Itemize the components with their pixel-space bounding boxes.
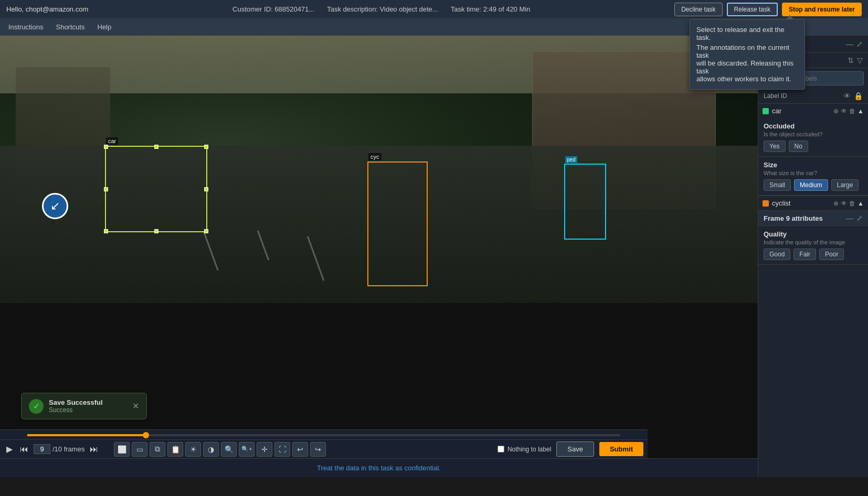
brightness-tool[interactable]: ☀ xyxy=(185,442,201,457)
quality-subtitle: Indicate the quality of the image xyxy=(764,239,863,245)
frame-attr-minimize-icon[interactable]: — xyxy=(846,214,853,222)
car-trash-icon[interactable]: 🗑 xyxy=(849,107,855,115)
customer-id: Customer ID: 688520471... xyxy=(232,5,314,13)
toast-close-button[interactable]: ✕ xyxy=(132,401,139,411)
frame-attr-expand-icon[interactable]: ⤢ xyxy=(856,214,863,222)
tool-group: ⬜ ▭ ⧉ 📋 ☀ ◑ 🔍 🔍+ ✛ ⛶ ↩ ↪ xyxy=(114,442,326,457)
label-id-icons: 👁 🔒 xyxy=(843,92,863,100)
street-scene-bg: ↙ xyxy=(0,36,758,303)
frame-current-input[interactable] xyxy=(34,444,50,454)
label-actions-car: ⊕ 👁 🗑 ▲ xyxy=(833,107,864,115)
cyclist-collapse-icon[interactable]: ▲ xyxy=(858,200,864,207)
tooltip-arrow xyxy=(786,15,794,19)
paste-tool[interactable]: 📋 xyxy=(167,442,183,457)
panel-header-icons: — ⤢ xyxy=(846,40,863,48)
label-lock-icon[interactable]: 🔒 xyxy=(854,92,863,100)
select-tool[interactable]: ⬜ xyxy=(114,442,130,457)
release-task-tooltip: Select to release and exit the task. The… xyxy=(690,19,805,90)
label-color-cyclist xyxy=(763,200,769,207)
label-visibility-icon[interactable]: 👁 xyxy=(843,92,851,100)
controls-right: Nothing to label Save Submit xyxy=(497,441,643,457)
tooltip-line2: The annotations on the current task xyxy=(696,44,798,59)
size-large-button[interactable]: Large xyxy=(831,179,859,191)
stop-resume-button[interactable]: Stop and resume later xyxy=(782,3,862,16)
quality-buttons: Good Fair Poor xyxy=(764,249,863,260)
menu-instructions[interactable]: Instructions xyxy=(6,23,45,31)
road-area xyxy=(0,146,758,303)
toast-title: Save Successful xyxy=(49,398,127,406)
toast-icon: ✓ xyxy=(29,399,44,414)
car-collapse-icon[interactable]: ▲ xyxy=(858,107,864,115)
quality-good-button[interactable]: Good xyxy=(764,249,790,260)
filter-icon[interactable]: ▽ xyxy=(857,56,863,64)
frame-attr-title: Frame 9 attributes xyxy=(764,214,823,222)
skip-forward-button[interactable]: ⏭ xyxy=(88,444,100,455)
toast-subtitle: Success xyxy=(49,406,127,414)
menu-help[interactable]: Help xyxy=(95,23,113,31)
minimize-icon[interactable]: — xyxy=(846,40,853,48)
release-task-button[interactable]: Release task xyxy=(727,3,778,16)
top-bar: Hello, chopt@amazon.com Customer ID: 688… xyxy=(0,0,868,19)
timeline-bar[interactable] xyxy=(27,434,620,436)
fit-tool[interactable]: ✛ xyxy=(257,442,272,457)
timeline-area xyxy=(0,429,648,439)
car-crosshair-icon[interactable]: ⊕ xyxy=(833,107,839,115)
submit-button[interactable]: Submit xyxy=(599,442,643,456)
size-buttons: Small Medium Large xyxy=(764,179,863,191)
size-title: Size xyxy=(764,161,863,169)
occluded-yes-button[interactable]: Yes xyxy=(764,141,786,152)
cyclist-trash-icon[interactable]: 🗑 xyxy=(849,200,855,207)
contrast-tool[interactable]: ◑ xyxy=(203,442,219,457)
undo-tool[interactable]: ↩ xyxy=(292,442,308,457)
label-row-car[interactable]: car ⊕ 👁 🗑 ▲ xyxy=(758,104,868,118)
expand-icon[interactable]: ⤢ xyxy=(856,40,863,48)
label-color-car xyxy=(763,108,769,114)
nothing-to-label-checkbox[interactable] xyxy=(497,446,504,452)
nothing-to-label-label[interactable]: Nothing to label xyxy=(497,446,551,453)
occluded-buttons: Yes No xyxy=(764,141,863,152)
frame-attr-icons: — ⤢ xyxy=(846,214,863,222)
video-frame: ↙ car cyc ped xyxy=(0,36,758,303)
save-button[interactable]: Save xyxy=(556,441,594,457)
skip-back-button[interactable]: ⏮ xyxy=(18,444,30,455)
sort-icon[interactable]: ⇅ xyxy=(848,56,854,64)
label-row-cyclist[interactable]: cyclist ⊕ 👁 🗑 ▲ xyxy=(758,196,868,210)
menu-shortcuts[interactable]: Shortcuts xyxy=(54,23,87,31)
quality-title: Quality xyxy=(764,230,863,238)
top-buttons: Decline task Release task Stop and resum… xyxy=(674,3,862,16)
controls-row: ▶ ⏮ /10 frames ⏭ ⬜ ▭ ⧉ 📋 ☀ ◑ 🔍 🔍+ ✛ ⛶ ↩ … xyxy=(0,439,648,458)
car-eye-icon[interactable]: 👁 xyxy=(841,107,847,115)
cyclist-eye-icon[interactable]: 👁 xyxy=(841,200,847,207)
tooltip-line3: will be discarded. Releasing this task xyxy=(696,59,798,75)
size-small-button[interactable]: Small xyxy=(764,179,791,191)
blue-sign: ↙ xyxy=(42,193,68,219)
copy-tool[interactable]: ⧉ xyxy=(150,442,165,457)
quality-section: Quality Indicate the quality of the imag… xyxy=(758,226,868,265)
redo-tool[interactable]: ↪ xyxy=(310,442,326,457)
size-medium-button[interactable]: Medium xyxy=(794,179,828,191)
cyclist-crosshair-icon[interactable]: ⊕ xyxy=(833,200,839,207)
fullscreen-tool[interactable]: ⛶ xyxy=(274,442,290,457)
rect-tool[interactable]: ▭ xyxy=(132,442,147,457)
timeline-thumb[interactable] xyxy=(143,432,149,438)
decline-task-button[interactable]: Decline task xyxy=(674,3,722,16)
task-time: Task time: 2:49 of 420 Min xyxy=(451,5,531,13)
label-actions-cyclist: ⊕ 👁 🗑 ▲ xyxy=(833,200,864,207)
quality-poor-button[interactable]: Poor xyxy=(819,249,844,260)
label-item-car: car ⊕ 👁 🗑 ▲ Occluded Is the object occlu… xyxy=(758,104,868,196)
quality-fair-button[interactable]: Fair xyxy=(793,249,816,260)
greeting: Hello, chopt@amazon.com xyxy=(6,5,88,13)
occluded-no-button[interactable]: No xyxy=(789,141,808,152)
label-item-cyclist: cyclist ⊕ 👁 🗑 ▲ xyxy=(758,196,868,211)
canvas-area[interactable]: ↙ car cyc ped xyxy=(0,36,758,477)
frame-attr-header: Frame 9 attributes — ⤢ xyxy=(758,211,868,226)
label-id-text: Label ID xyxy=(764,92,787,100)
main-layout: ↙ car cyc ped xyxy=(0,36,868,477)
frame-total: /10 frames xyxy=(52,445,84,453)
labels-filter-icons: ⇅ ▽ xyxy=(848,56,863,64)
status-text: Treat the data in this task as confident… xyxy=(317,464,441,472)
zoom-in-tool[interactable]: 🔍+ xyxy=(239,442,255,457)
label-id-row: Label ID 👁 🔒 xyxy=(758,89,868,104)
zoom-out-tool[interactable]: 🔍 xyxy=(221,442,237,457)
play-button[interactable]: ▶ xyxy=(4,443,15,455)
